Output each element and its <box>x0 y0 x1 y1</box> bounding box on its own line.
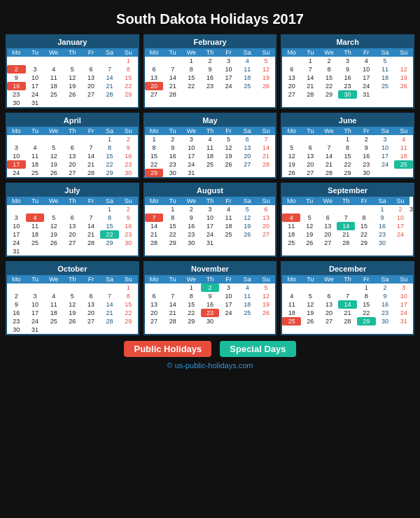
cal-day-cell: 21 <box>145 230 164 239</box>
day-header-su: Su <box>257 197 276 205</box>
day-header-th: Th <box>63 275 82 284</box>
cal-week-row: 13141516171819 <box>282 74 413 82</box>
cal-day-cell: 8 <box>119 65 138 74</box>
day-header-th: Th <box>63 197 82 205</box>
cal-day-cell: 28 <box>301 90 320 99</box>
day-header-sa: Sa <box>376 275 395 284</box>
day-header-th: Th <box>201 48 220 57</box>
cal-day-cell: 11 <box>238 292 257 300</box>
cal-day-cell: 11 <box>282 222 300 230</box>
cal-day-cell: 2 <box>182 205 201 214</box>
cal-day-cell: 7 <box>301 65 320 74</box>
cal-day-cell: 27 <box>301 169 320 177</box>
cal-day-cell: 13 <box>301 152 320 160</box>
cal-day-cell: 1 <box>301 57 320 65</box>
cal-day-cell: 17 <box>201 222 220 230</box>
cal-day-cell: 26 <box>394 82 413 90</box>
day-header-we: We <box>320 48 339 57</box>
cal-table-january: MoTuWeThFrSaSu12345678910111213141516171… <box>7 48 138 107</box>
cal-week-row: 123 <box>282 205 413 214</box>
calendars-grid: JanuaryMoTuWeThFrSaSu1234567891011121314… <box>6 34 414 335</box>
cal-day-cell: 1 <box>182 57 201 65</box>
cal-day-cell: 20 <box>282 82 301 90</box>
cal-day-cell: 20 <box>320 309 339 317</box>
cal-day-cell: 17 <box>391 222 410 230</box>
cal-week-row: 6789101112 <box>145 65 276 74</box>
day-header-th: Th <box>63 48 82 57</box>
day-header-tu: Tu <box>26 275 45 284</box>
cal-day-cell: 3 <box>7 144 26 152</box>
cal-day-cell: 11 <box>26 152 45 160</box>
month-header-november: November <box>145 262 276 275</box>
cal-day-cell: 10 <box>376 144 395 152</box>
cal-week-row: 12345 <box>145 284 276 292</box>
cal-day-cell: 17 <box>26 309 45 317</box>
cal-day-cell: 14 <box>257 144 276 152</box>
cal-day-cell <box>44 205 63 214</box>
month-august: AugustMoTuWeThFrSaSu12345678910111213141… <box>144 183 277 257</box>
cal-day-cell: 28 <box>337 239 355 247</box>
cal-day-cell <box>63 326 82 334</box>
cal-day-cell: 12 <box>63 300 82 309</box>
cal-day-cell: 25 <box>282 317 301 326</box>
cal-day-cell: 13 <box>238 144 257 152</box>
cal-week-row: 20212223242526 <box>145 82 276 90</box>
cal-week-row: 3456789 <box>7 144 138 152</box>
cal-day-cell: 5 <box>257 57 276 65</box>
cal-day-cell: 10 <box>394 292 413 300</box>
cal-week-row: 23242526272829 <box>7 90 138 99</box>
cal-week-row: 25262728293031 <box>282 317 413 326</box>
cal-day-cell: 14 <box>163 300 182 309</box>
cal-day-cell: 12 <box>300 222 318 230</box>
cal-day-cell <box>44 57 63 65</box>
cal-day-cell: 15 <box>163 222 182 230</box>
cal-day-cell: 29 <box>163 239 182 247</box>
day-header-mo: Mo <box>145 48 164 57</box>
cal-day-cell <box>163 284 182 292</box>
cal-day-cell <box>282 284 301 292</box>
cal-day-cell: 21 <box>301 82 320 90</box>
cal-day-cell: 4 <box>44 292 63 300</box>
day-header-tu: Tu <box>163 48 182 57</box>
day-header-sa: Sa <box>373 197 391 205</box>
cal-day-cell: 1 <box>100 205 119 214</box>
day-header-th: Th <box>338 48 357 57</box>
page-title: South Dakota Holidays 2017 <box>6 6 414 34</box>
cal-week-row: 13141516171819 <box>145 300 276 309</box>
month-december: DecemberMoTuWeThFrSaSu123456789101112131… <box>281 261 414 335</box>
cal-day-cell: 15 <box>357 300 376 309</box>
cal-day-cell: 16 <box>182 222 201 230</box>
cal-week-row: 3031 <box>7 326 138 334</box>
cal-week-row: 252627282930 <box>282 239 413 247</box>
cal-day-cell: 3 <box>394 284 413 292</box>
cal-week-row: 19202122232425 <box>282 160 413 169</box>
cal-day-cell: 18 <box>26 160 45 169</box>
cal-day-cell: 14 <box>145 222 164 230</box>
cal-day-cell: 27 <box>238 160 257 169</box>
cal-week-row: 12345 <box>145 57 276 65</box>
cal-day-cell: 10 <box>391 214 410 222</box>
cal-day-cell: 15 <box>182 300 201 309</box>
cal-day-cell: 1 <box>163 205 182 214</box>
cal-day-cell: 30 <box>119 239 138 247</box>
cal-week-row: 45678910 <box>282 214 413 222</box>
cal-day-cell: 5 <box>44 214 63 222</box>
cal-day-cell: 26 <box>63 317 82 326</box>
cal-day-cell: 24 <box>26 90 45 99</box>
cal-day-cell: 18 <box>219 222 238 230</box>
cal-week-row: 3031 <box>7 99 138 107</box>
cal-table-december: MoTuWeThFrSaSu12345678910111213141516171… <box>282 275 413 326</box>
cal-day-cell: 28 <box>338 317 357 326</box>
cal-day-cell: 20 <box>318 230 337 239</box>
cal-day-cell: 13 <box>63 152 82 160</box>
day-header-fr: Fr <box>82 48 101 57</box>
cal-day-cell: 1 <box>145 135 164 144</box>
cal-day-cell: 14 <box>82 152 101 160</box>
cal-week-row: 45678910 <box>282 292 413 300</box>
cal-day-cell: 23 <box>201 309 220 317</box>
cal-day-cell: 12 <box>394 65 413 74</box>
cal-day-cell: 30 <box>376 317 395 326</box>
day-header-fr: Fr <box>82 197 101 205</box>
month-header-april: April <box>7 114 138 127</box>
cal-week-row: 21222324252627 <box>145 230 276 239</box>
